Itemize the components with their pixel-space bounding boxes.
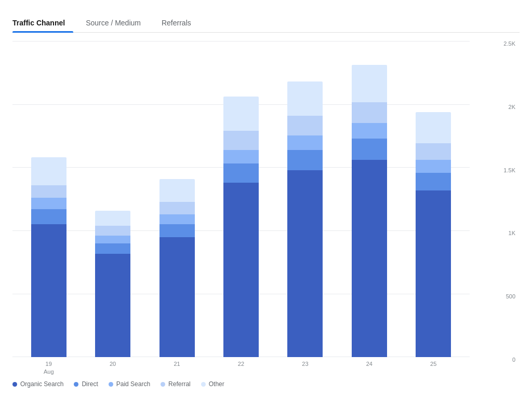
bar-group <box>215 41 267 357</box>
tab-traffic-channel[interactable]: Traffic Channel <box>12 15 73 32</box>
stacked-bar <box>287 81 323 357</box>
bar-segment-direct <box>352 139 387 160</box>
x-axis-label: 20 <box>81 360 144 375</box>
bar-segment-paidSearch <box>223 150 259 164</box>
bar-segment-paidSearch <box>95 236 130 243</box>
bar-segment-organic <box>159 237 195 358</box>
legend-item-referral: Referral <box>161 380 191 388</box>
y-axis-label: 2.5K <box>503 41 515 47</box>
bar-segment-direct <box>159 224 195 237</box>
x-axis-label: 22 <box>209 360 273 375</box>
y-axis-label: 1.5K <box>503 168 515 173</box>
card: Traffic ChannelSource / MediumReferrals … <box>0 0 532 396</box>
bar-segment-referral <box>352 102 387 123</box>
bar-segment-direct <box>287 150 323 170</box>
stacked-bar <box>352 65 387 357</box>
bar-segment-paidSearch <box>416 160 451 172</box>
bar-segment-organic <box>95 254 130 358</box>
bar-segment-other <box>223 97 259 131</box>
bar-group <box>279 41 331 357</box>
x-axis-label: 24 <box>337 360 401 375</box>
bar-group <box>343 41 395 357</box>
legend-dot-referral <box>161 382 165 387</box>
legend-item-paid-search: Paid Search <box>109 380 150 388</box>
x-axis-label: 21 <box>145 360 209 375</box>
chart-container: 19Aug202122232425 05001K1.5K2K2.5K <box>12 41 520 375</box>
y-axis-label: 500 <box>506 294 515 299</box>
stacked-bar <box>95 211 130 358</box>
bar-segment-paidSearch <box>352 123 387 138</box>
bar-segment-referral <box>416 143 451 160</box>
bar-group <box>407 41 459 357</box>
y-axis-label: 0 <box>512 357 515 363</box>
bar-segment-paidSearch <box>159 214 195 225</box>
chart-plot <box>12 41 470 357</box>
stacked-bar <box>416 112 451 358</box>
legend-dot-other <box>201 382 206 387</box>
bar-segment-direct <box>223 163 259 183</box>
chart-inner: 19Aug202122232425 <box>12 41 470 375</box>
bar-segment-organic <box>416 190 451 358</box>
bar-group <box>151 41 203 357</box>
tab-referrals[interactable]: Referrals <box>162 15 200 32</box>
bar-segment-direct <box>95 243 130 254</box>
bar-segment-organic <box>352 160 387 357</box>
legend-label-direct: Direct <box>82 380 98 388</box>
tab-bar: Traffic ChannelSource / MediumReferrals <box>12 15 520 33</box>
bar-segment-organic <box>287 170 323 358</box>
bar-segment-other <box>159 179 195 202</box>
bar-segment-direct <box>31 209 66 224</box>
x-axis-label: 25 <box>402 360 466 375</box>
bar-segment-other <box>31 157 66 185</box>
bar-group <box>87 41 139 357</box>
bar-segment-referral <box>95 226 130 236</box>
bar-segment-other <box>416 112 451 144</box>
stacked-bar <box>159 179 195 358</box>
legend-label-organic: Organic Search <box>20 380 63 388</box>
legend-dot-paid-search <box>109 382 113 387</box>
legend-label-paid-search: Paid Search <box>116 380 150 388</box>
legend-dot-organic <box>12 382 17 387</box>
y-axis: 05001K1.5K2K2.5K <box>499 41 520 363</box>
legend-label-other: Other <box>209 380 224 388</box>
x-axis: 19Aug202122232425 <box>12 357 470 375</box>
x-axis-label: 19Aug <box>17 360 81 375</box>
legend-label-referral: Referral <box>168 380 191 388</box>
bar-segment-referral <box>287 116 323 135</box>
bar-group <box>23 41 75 357</box>
bar-segment-other <box>352 65 387 102</box>
legend-item-direct: Direct <box>74 380 98 388</box>
bar-segment-referral <box>159 202 195 214</box>
bar-segment-referral <box>223 131 259 150</box>
stacked-bar <box>223 97 259 357</box>
y-axis-label: 2K <box>509 104 515 110</box>
legend-item-organic: Organic Search <box>12 380 63 388</box>
bar-segment-other <box>95 211 130 226</box>
x-axis-label: 23 <box>273 360 337 375</box>
chart-area: 19Aug202122232425 05001K1.5K2K2.5K Organ… <box>12 41 520 388</box>
bar-segment-organic <box>31 224 66 357</box>
legend-item-other: Other <box>201 380 224 388</box>
bar-segment-other <box>287 81 323 116</box>
stacked-bar <box>31 157 66 357</box>
chart-legend: Organic SearchDirectPaid SearchReferralO… <box>12 375 520 388</box>
bar-segment-paidSearch <box>287 135 323 150</box>
bar-segment-organic <box>223 183 259 357</box>
bar-segment-direct <box>416 173 451 190</box>
legend-dot-direct <box>74 382 78 387</box>
bars-row <box>12 41 470 357</box>
tab-source-medium[interactable]: Source / Medium <box>86 15 149 32</box>
bar-segment-referral <box>31 185 66 198</box>
y-axis-label: 1K <box>509 230 515 236</box>
bar-segment-paidSearch <box>31 198 66 209</box>
